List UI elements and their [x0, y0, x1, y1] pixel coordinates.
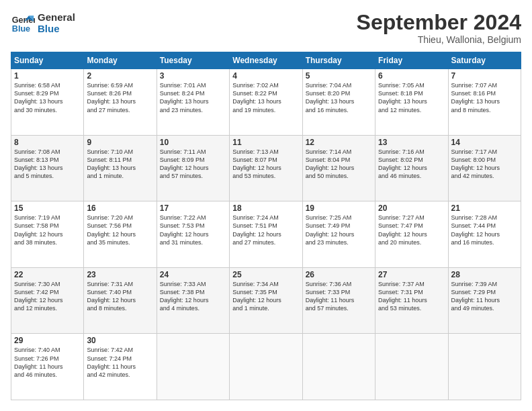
day-info: Sunrise: 7:25 AM Sunset: 7:49 PM Dayligh… — [306, 214, 372, 246]
day-cell: 8Sunrise: 7:08 AM Sunset: 8:13 PM Daylig… — [11, 135, 84, 201]
day-number: 30 — [87, 336, 153, 345]
day-number: 26 — [306, 270, 372, 279]
day-info: Sunrise: 7:04 AM Sunset: 8:20 PM Dayligh… — [306, 81, 372, 114]
svg-text:Blue: Blue — [12, 24, 30, 34]
day-cell: 23Sunrise: 7:31 AM Sunset: 7:40 PM Dayli… — [84, 267, 157, 334]
day-number: 28 — [451, 270, 518, 279]
day-cell: 29Sunrise: 7:40 AM Sunset: 7:26 PM Dayli… — [11, 334, 84, 400]
logo-line1: General — [38, 11, 75, 23]
day-info: Sunrise: 7:39 AM Sunset: 7:29 PM Dayligh… — [451, 280, 518, 313]
day-info: Sunrise: 7:17 AM Sunset: 8:00 PM Dayligh… — [451, 148, 518, 181]
day-cell: 3Sunrise: 7:01 AM Sunset: 8:24 PM Daylig… — [157, 69, 229, 136]
day-cell: 20Sunrise: 7:27 AM Sunset: 7:47 PM Dayli… — [375, 201, 448, 268]
day-number: 24 — [160, 270, 226, 279]
day-info: Sunrise: 7:01 AM Sunset: 8:24 PM Dayligh… — [160, 81, 226, 114]
day-number: 19 — [306, 203, 372, 213]
day-info: Sunrise: 7:24 AM Sunset: 7:51 PM Dayligh… — [232, 214, 299, 246]
day-info: Sunrise: 7:16 AM Sunset: 8:02 PM Dayligh… — [378, 148, 445, 181]
day-number: 3 — [160, 71, 226, 81]
day-info: Sunrise: 7:08 AM Sunset: 8:13 PM Dayligh… — [14, 148, 81, 181]
day-cell: 2Sunrise: 6:59 AM Sunset: 8:26 PM Daylig… — [84, 69, 157, 136]
day-number: 7 — [451, 71, 518, 81]
day-cell: 16Sunrise: 7:20 AM Sunset: 7:56 PM Dayli… — [84, 201, 157, 268]
day-info: Sunrise: 7:28 AM Sunset: 7:44 PM Dayligh… — [451, 214, 518, 246]
col-header-thursday: Thursday — [302, 52, 375, 69]
title-block: September 2024 Thieu, Wallonia, Belgium — [357, 11, 521, 45]
day-number: 18 — [232, 203, 299, 213]
day-number: 1 — [14, 71, 81, 81]
col-header-monday: Monday — [84, 52, 157, 69]
col-header-tuesday: Tuesday — [157, 52, 229, 69]
day-number: 2 — [87, 71, 153, 81]
day-info: Sunrise: 7:34 AM Sunset: 7:35 PM Dayligh… — [232, 280, 299, 313]
week-row-4: 22Sunrise: 7:30 AM Sunset: 7:42 PM Dayli… — [11, 267, 521, 334]
day-number: 14 — [451, 138, 518, 147]
day-cell: 21Sunrise: 7:28 AM Sunset: 7:44 PM Dayli… — [448, 201, 521, 268]
day-info: Sunrise: 7:13 AM Sunset: 8:07 PM Dayligh… — [232, 148, 299, 181]
day-number: 9 — [87, 138, 153, 147]
day-cell — [448, 334, 521, 400]
calendar-body: 1Sunrise: 6:58 AM Sunset: 8:29 PM Daylig… — [11, 69, 521, 400]
header: General Blue General Blue September 2024… — [11, 11, 521, 45]
day-info: Sunrise: 7:22 AM Sunset: 7:53 PM Dayligh… — [160, 214, 226, 246]
day-number: 29 — [14, 336, 81, 345]
day-cell: 7Sunrise: 7:07 AM Sunset: 8:16 PM Daylig… — [448, 69, 521, 136]
day-number: 25 — [232, 270, 299, 279]
day-cell: 27Sunrise: 7:37 AM Sunset: 7:31 PM Dayli… — [375, 267, 448, 334]
day-number: 16 — [87, 203, 153, 213]
day-info: Sunrise: 7:07 AM Sunset: 8:16 PM Dayligh… — [451, 81, 518, 114]
day-cell: 18Sunrise: 7:24 AM Sunset: 7:51 PM Dayli… — [230, 201, 302, 268]
day-cell: 6Sunrise: 7:05 AM Sunset: 8:18 PM Daylig… — [375, 69, 448, 136]
day-cell — [375, 334, 448, 400]
week-row-1: 1Sunrise: 6:58 AM Sunset: 8:29 PM Daylig… — [11, 69, 521, 136]
day-info: Sunrise: 7:40 AM Sunset: 7:26 PM Dayligh… — [14, 346, 81, 379]
day-info: Sunrise: 7:10 AM Sunset: 8:11 PM Dayligh… — [87, 148, 153, 181]
day-info: Sunrise: 7:31 AM Sunset: 7:40 PM Dayligh… — [87, 280, 153, 313]
day-cell: 11Sunrise: 7:13 AM Sunset: 8:07 PM Dayli… — [230, 135, 302, 201]
page: General Blue General Blue September 2024… — [0, 0, 532, 411]
day-number: 11 — [232, 138, 299, 147]
day-number: 21 — [451, 203, 518, 213]
day-info: Sunrise: 7:30 AM Sunset: 7:42 PM Dayligh… — [14, 280, 81, 313]
day-cell — [157, 334, 229, 400]
day-cell: 1Sunrise: 6:58 AM Sunset: 8:29 PM Daylig… — [11, 69, 84, 136]
week-row-5: 29Sunrise: 7:40 AM Sunset: 7:26 PM Dayli… — [11, 334, 521, 400]
day-cell: 28Sunrise: 7:39 AM Sunset: 7:29 PM Dayli… — [448, 267, 521, 334]
day-info: Sunrise: 7:37 AM Sunset: 7:31 PM Dayligh… — [378, 280, 445, 313]
day-info: Sunrise: 7:05 AM Sunset: 8:18 PM Dayligh… — [378, 81, 445, 114]
day-cell: 15Sunrise: 7:19 AM Sunset: 7:58 PM Dayli… — [11, 201, 84, 268]
day-number: 5 — [306, 71, 372, 81]
day-info: Sunrise: 7:36 AM Sunset: 7:33 PM Dayligh… — [306, 280, 372, 313]
week-row-2: 8Sunrise: 7:08 AM Sunset: 8:13 PM Daylig… — [11, 135, 521, 201]
day-cell — [302, 334, 375, 400]
day-cell: 13Sunrise: 7:16 AM Sunset: 8:02 PM Dayli… — [375, 135, 448, 201]
day-info: Sunrise: 7:11 AM Sunset: 8:09 PM Dayligh… — [160, 148, 226, 181]
day-info: Sunrise: 7:02 AM Sunset: 8:22 PM Dayligh… — [232, 81, 299, 114]
day-cell: 24Sunrise: 7:33 AM Sunset: 7:38 PM Dayli… — [157, 267, 229, 334]
day-number: 13 — [378, 138, 445, 147]
day-number: 15 — [14, 203, 81, 213]
day-info: Sunrise: 7:20 AM Sunset: 7:56 PM Dayligh… — [87, 214, 153, 246]
day-cell: 22Sunrise: 7:30 AM Sunset: 7:42 PM Dayli… — [11, 267, 84, 334]
day-number: 17 — [160, 203, 226, 213]
day-cell: 9Sunrise: 7:10 AM Sunset: 8:11 PM Daylig… — [84, 135, 157, 201]
day-cell: 5Sunrise: 7:04 AM Sunset: 8:20 PM Daylig… — [302, 69, 375, 136]
day-info: Sunrise: 7:33 AM Sunset: 7:38 PM Dayligh… — [160, 280, 226, 313]
day-cell: 30Sunrise: 7:42 AM Sunset: 7:24 PM Dayli… — [84, 334, 157, 400]
logo: General Blue General Blue — [11, 11, 75, 35]
day-cell: 17Sunrise: 7:22 AM Sunset: 7:53 PM Dayli… — [157, 201, 229, 268]
day-info: Sunrise: 6:58 AM Sunset: 8:29 PM Dayligh… — [14, 81, 81, 114]
calendar: SundayMondayTuesdayWednesdayThursdayFrid… — [11, 52, 521, 400]
day-info: Sunrise: 6:59 AM Sunset: 8:26 PM Dayligh… — [87, 81, 153, 114]
day-info: Sunrise: 7:42 AM Sunset: 7:24 PM Dayligh… — [87, 346, 153, 379]
month-title: September 2024 — [357, 11, 521, 34]
col-header-sunday: Sunday — [11, 52, 84, 69]
col-header-saturday: Saturday — [448, 52, 521, 69]
day-number: 23 — [87, 270, 153, 279]
day-number: 8 — [14, 138, 81, 147]
day-cell: 14Sunrise: 7:17 AM Sunset: 8:00 PM Dayli… — [448, 135, 521, 201]
logo-icon: General Blue — [11, 11, 35, 35]
logo-line2: Blue — [38, 23, 75, 34]
day-number: 6 — [378, 71, 445, 81]
location: Thieu, Wallonia, Belgium — [357, 34, 521, 45]
